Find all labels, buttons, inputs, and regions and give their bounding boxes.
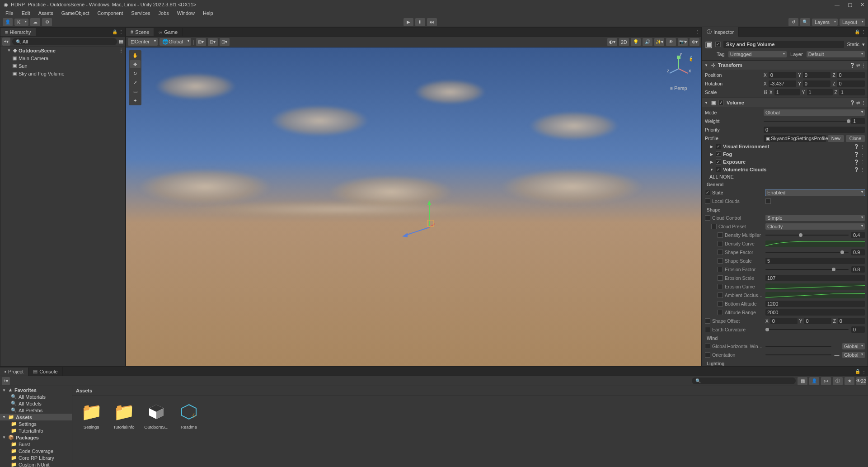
audio-icon[interactable]: 🔊 <box>643 38 652 46</box>
weight-field[interactable]: 1 <box>851 118 865 124</box>
shape-factor-slider[interactable] <box>765 252 849 253</box>
pos-y[interactable]: 0 <box>803 72 831 78</box>
settings-icon[interactable]: ⚙ <box>42 18 52 26</box>
undo-history-icon[interactable]: ↺ <box>788 18 798 26</box>
asset-scene[interactable]: OutdoorsS... <box>143 401 170 429</box>
weight-slider[interactable] <box>764 121 849 122</box>
erosion-scale-field[interactable]: 107 <box>765 275 865 281</box>
menu-edit[interactable]: Edit <box>18 9 34 17</box>
filter-icon[interactable]: ▦ <box>798 377 807 385</box>
erosion-factor-slider[interactable] <box>765 269 849 270</box>
scene-viewport[interactable]: ✋ ✥ ↻ ⤢ ▭ ✦ y z x 🔒 ≡ Persp <box>126 47 701 366</box>
layers-dropdown[interactable]: Layers <box>812 19 838 26</box>
tag-dropdown[interactable]: Untagged <box>728 51 787 57</box>
earth-curve-slider[interactable] <box>765 329 849 330</box>
layout-dropdown[interactable]: Layout <box>840 19 865 26</box>
increment-snap-icon[interactable]: ⊟▾ <box>208 38 218 46</box>
scl-z[interactable]: 1 <box>839 89 865 95</box>
hierarchy-tab[interactable]: ≡ Hierarchy <box>0 28 36 36</box>
none-link[interactable]: NONE <box>719 174 734 179</box>
rot-y[interactable]: 0 <box>803 80 831 87</box>
scene-tab[interactable]: # Scene <box>126 28 154 36</box>
account-dropdown[interactable]: K <box>14 19 28 26</box>
pause-button[interactable]: ⏸ <box>415 18 425 26</box>
asset-folder[interactable]: 📁Settings <box>78 401 105 429</box>
tree-item[interactable]: 📁 Core RP Library <box>0 454 72 461</box>
inspector-tab[interactable]: ⓘ Inspector <box>702 27 739 37</box>
ao-curve[interactable] <box>765 292 865 298</box>
assets-root[interactable]: ▼📁 Assets <box>0 414 72 420</box>
pivot-mode-dropdown[interactable]: ⊡Center <box>128 38 158 46</box>
new-button[interactable]: New <box>828 135 844 142</box>
hand-tool-icon[interactable]: ✋ <box>130 51 141 59</box>
project-tab[interactable]: ▪ Project <box>0 368 28 376</box>
link-icon[interactable]: ⛓ <box>764 90 768 94</box>
tree-item[interactable]: 📁 Code Coverage <box>0 448 72 454</box>
favorite-icon[interactable]: ★ <box>845 377 854 385</box>
asset-folder[interactable]: 📁TutorialInfo <box>110 401 137 429</box>
menu-window[interactable]: Window <box>174 9 198 17</box>
profile-field[interactable]: ▣SkyandFogSettingsProfile ⊙ <box>764 135 826 142</box>
shape-scale-field[interactable]: 5 <box>765 258 865 264</box>
console-tab[interactable]: ▤ Console <box>28 367 62 376</box>
space-dropdown[interactable]: 🌐Global <box>160 38 191 46</box>
layer-dropdown[interactable]: Default <box>807 51 865 57</box>
active-checkbox[interactable] <box>715 42 721 47</box>
rot-x[interactable]: -3.437 <box>769 80 797 87</box>
priority-field[interactable]: 0 <box>764 127 865 133</box>
game-tab[interactable]: ∞ Game <box>154 28 183 36</box>
fx-icon[interactable]: ✨▾ <box>654 38 664 46</box>
wind-speed-dropdown[interactable]: Global <box>842 343 865 349</box>
bottom-alt-field[interactable]: 1200 <box>765 301 865 307</box>
snap-icon[interactable]: ⊡▾ <box>220 38 230 46</box>
minimize-icon[interactable]: — <box>835 2 840 8</box>
erosion-curve[interactable] <box>765 283 865 290</box>
asset-readme[interactable]: {}Readme <box>175 401 202 429</box>
mode-2d-button[interactable]: 2D <box>619 38 629 46</box>
move-tool-icon[interactable]: ✥ <box>130 60 141 68</box>
transform-tool-icon[interactable]: ✦ <box>130 96 141 104</box>
menu-component[interactable]: Component <box>94 9 127 17</box>
orientation-dropdown[interactable]: Global <box>842 352 865 358</box>
override-exposure[interactable]: ▶Exposure❔ ⋮ <box>705 159 865 165</box>
label-icon[interactable]: 🏷 <box>821 377 831 385</box>
play-button[interactable]: ▶ <box>404 18 413 26</box>
tree-item[interactable]: 📁 Custom NUnit <box>0 461 72 467</box>
state-dropdown[interactable]: Enabled <box>765 189 865 196</box>
density-mult-slider[interactable] <box>765 235 849 236</box>
favorites-root[interactable]: ▼★ Favorites <box>0 387 72 393</box>
assets-breadcrumb[interactable]: Assets <box>72 386 868 396</box>
lighting-icon[interactable]: 💡 <box>631 38 641 46</box>
create-dropdown[interactable]: +▾ <box>2 377 10 385</box>
menu-assets[interactable]: Assets <box>35 9 57 17</box>
tree-item[interactable]: 📁 Settings <box>0 420 72 427</box>
menu-services[interactable]: Services <box>127 9 154 17</box>
override-fog[interactable]: ▶Fog❔ ⋮ <box>705 151 865 157</box>
override-visual-env[interactable]: ▶Visual Environment❔ ⋮ <box>705 143 865 150</box>
search-icon[interactable]: 🔍 <box>800 18 810 26</box>
step-button[interactable]: ⏭ <box>427 18 437 26</box>
override-volumetric-clouds[interactable]: ▼Volumetric Clouds❔ ⋮ <box>705 166 865 173</box>
menu-jobs[interactable]: Jobs <box>155 9 173 17</box>
scale-tool-icon[interactable]: ⤢ <box>130 78 141 86</box>
alt-range-field[interactable]: 2000 <box>765 309 865 316</box>
packages-root[interactable]: ▼📦 Packages <box>0 434 72 441</box>
create-dropdown[interactable]: +▾ <box>2 38 10 46</box>
clone-button[interactable]: Clone <box>846 135 865 142</box>
visibility-icon[interactable]: 👁 <box>666 38 676 46</box>
orientation-gizmo[interactable]: y z x 🔒 ≡ Persp <box>665 53 692 85</box>
static-dropdown[interactable]: ▾ <box>862 42 865 47</box>
cloud-icon[interactable]: ☁ <box>30 18 40 26</box>
menu-file[interactable]: File <box>2 9 17 17</box>
cloud-control-dropdown[interactable]: Simple <box>765 215 865 221</box>
tree-item[interactable]: 📁 TutorialInfo <box>0 427 72 434</box>
hierarchy-search[interactable]: 🔍 All <box>12 38 117 45</box>
grid-snap-icon[interactable]: ⊞▾ <box>196 38 206 46</box>
pos-z[interactable]: 0 <box>837 72 865 78</box>
rot-z[interactable]: 0 <box>837 80 865 87</box>
save-search-icon[interactable]: 👤 <box>809 377 819 385</box>
rotate-tool-icon[interactable]: ↻ <box>130 69 141 77</box>
draw-mode-icon[interactable]: ◐▾ <box>607 38 617 46</box>
volume-header[interactable]: ▼▣ Volume ❔ ⇄ ⋮ <box>702 98 868 107</box>
cloud-preset-dropdown[interactable]: Cloudy <box>765 223 865 230</box>
